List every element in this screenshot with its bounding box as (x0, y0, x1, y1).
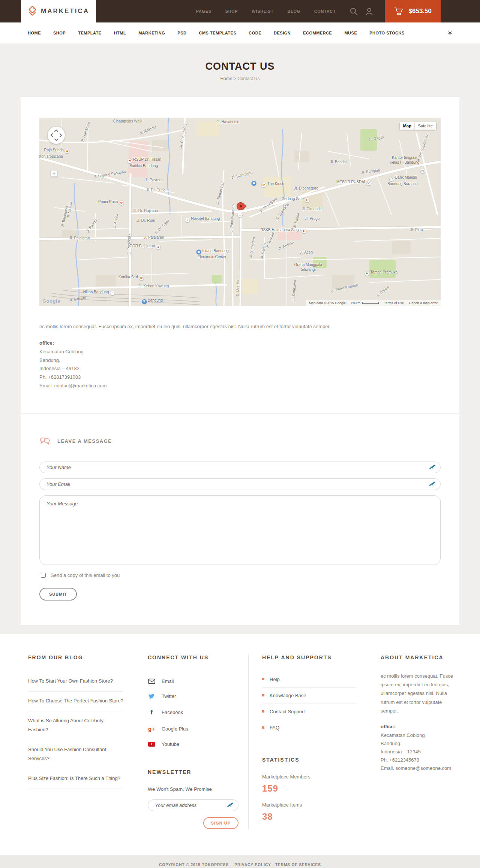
map-label: ■ (250, 179, 258, 186)
email-input[interactable] (39, 478, 441, 490)
map-label: Jl. Progo (305, 216, 320, 221)
category-item-home[interactable]: HOME (28, 31, 41, 35)
nav-item-shop[interactable]: SHOP (225, 9, 238, 13)
terms-of-use-link[interactable]: Terms of Use (384, 301, 404, 305)
category-item-ecommerce[interactable]: ECOMMERCE (303, 31, 332, 35)
blog-post-link[interactable]: How To Start Your Own Fashion Store? (28, 672, 123, 692)
message-textarea[interactable] (39, 495, 441, 565)
office-block: office: Kecamatan CoblongBandung.Indones… (39, 339, 441, 390)
category-items: HOMESHOPTEMPLATEHTMLMARKETINGPSDCMS TEMP… (28, 31, 405, 35)
map-label: Jl. Cimandiri (302, 206, 322, 211)
category-item-shop[interactable]: SHOP (53, 31, 66, 35)
page-header: CONTACT US Home > Contact Us (0, 43, 480, 97)
statistic-label: Marketplace Items (262, 802, 356, 808)
social-label: Facebook (162, 710, 183, 715)
social-link-gplus[interactable]: g+Google Plus (148, 721, 238, 737)
category-item-photo-stocks[interactable]: PHOTO STOCKS (369, 31, 405, 35)
nav-item-pages[interactable]: PAGES (196, 9, 212, 13)
nav-item-blog[interactable]: BLOG (288, 9, 300, 13)
square-bullet-icon (262, 678, 264, 680)
map-label: Jl. Dr. Rum (136, 218, 155, 223)
copyright-text: COPYRIGHT © 2015 TOKOPRESS (159, 863, 229, 867)
hotel-map-icon: ⌂ (110, 291, 115, 296)
report-map-error-link[interactable]: Report a map error (409, 301, 438, 305)
office-line: Bandung. (381, 740, 454, 748)
map-label: ΨThe Kiosk (260, 181, 284, 188)
map-label: GOR Pajajaran■ (129, 244, 162, 250)
train-map-icon: T (142, 299, 147, 304)
logo[interactable]: MARKETICA (21, 0, 96, 22)
footer-help-column: HELP AND SUPPORTS HelpKnowladge BaseCont… (248, 654, 367, 829)
map-label: Aston Tropicana (39, 154, 63, 158)
map-label: ■Istana Bandung Electronic Center (195, 248, 229, 260)
statistic-value: 38 (262, 811, 356, 822)
social-link-twitter[interactable]: Twitter (148, 689, 238, 704)
blog-post-link[interactable]: What is So Alluring About Celebrity Fash… (28, 711, 123, 740)
cart-button[interactable]: $653.50 (385, 0, 441, 22)
google-map[interactable]: Cihampelas WalkJl. HasanudinJl. Haji Yas… (39, 118, 441, 306)
category-item-muse[interactable]: MUSE (344, 31, 357, 35)
blog-post-link[interactable]: Plus Size Fashion: Is There Such a Thing… (28, 769, 123, 789)
statistics-heading: STATISTICS (262, 757, 356, 763)
map-label: Jl. Dr. Rajiman (134, 208, 158, 213)
category-item-marketing[interactable]: MARKETING (138, 31, 165, 35)
nav-item-contact[interactable]: CONTACT (314, 9, 336, 13)
footer-about-column: ABOUT MARKETICA ec mollis lorem consequa… (367, 654, 480, 829)
category-item-code[interactable]: CODE (249, 31, 261, 35)
statistic-item: Marketplace Items38 (262, 802, 356, 822)
help-link-knowladge-base[interactable]: Knowladge Base (262, 688, 356, 704)
mosque-map-icon: ☪ (366, 181, 371, 185)
submit-button[interactable]: SUBMIT (39, 588, 77, 601)
nav-item-wishlist[interactable]: WISHLIST (252, 9, 273, 13)
help-heading: HELP AND SUPPORTS (262, 654, 356, 660)
signup-button[interactable]: SIGN UP (203, 817, 238, 829)
statistic-item: Marketplace Members159 (262, 774, 356, 794)
category-item-template[interactable]: TEMPLATE (78, 31, 101, 35)
map-label: Jl. Pasteur (145, 177, 162, 182)
search-icon[interactable] (350, 7, 358, 16)
map-label: ⌂ (237, 211, 244, 218)
breadcrumb-home-link[interactable]: Home (220, 76, 232, 81)
map-zoom-in-button[interactable]: + (51, 170, 57, 177)
user-account-icon[interactable] (365, 7, 374, 16)
office-line: Ph. +62817391083 (39, 373, 441, 382)
blog-post-link[interactable]: Should You Use Fashion Consultant Servic… (28, 740, 123, 769)
breadcrumb-separator: > (234, 76, 236, 81)
category-item-psd[interactable]: PSD (177, 31, 186, 35)
category-item-cms-templates[interactable]: CMS TEMPLATES (199, 31, 236, 35)
social-link-youtube[interactable]: Youtube (148, 737, 238, 752)
chevron-down-icon[interactable] (448, 31, 452, 35)
map-label: Gedung SateΠ (282, 196, 311, 203)
restaurant-map-icon: Ψ (119, 200, 124, 205)
terms-of-services-link[interactable]: TERMS OF SERVICES (275, 863, 321, 867)
museum-map-icon: Π (305, 198, 310, 203)
park-map-icon: ♣ (364, 271, 369, 276)
map-type-satellite-button[interactable]: Satellite (415, 122, 436, 130)
blog-post-link[interactable]: How To Choose The Perfect Fashion Store? (28, 692, 123, 711)
footer: FROM OUR BLOG How To Start Your Own Fash… (0, 634, 480, 855)
category-item-design[interactable]: DESIGN (274, 31, 291, 35)
social-link-email[interactable]: Email (148, 674, 238, 689)
square-bullet-icon (262, 694, 264, 696)
map-label: Jl. Pajajaran (143, 235, 164, 239)
map-label: Jl. Diponegoro (294, 186, 318, 191)
help-link-help[interactable]: Help (262, 672, 356, 688)
map-label: Hilton Bandung⌂ (83, 290, 116, 296)
newsletter-tagline: We Won't Spam, We Promise (148, 786, 238, 792)
map-label: Raja SundaΨ (44, 148, 71, 154)
category-nav: HOMESHOPTEMPLATEHTMLMARKETINGPSDCMS TEMP… (0, 22, 480, 43)
category-item-html[interactable]: HTML (114, 31, 126, 35)
map-pan-control[interactable] (48, 127, 65, 144)
help-link-contact-support[interactable]: Contact Support (262, 704, 356, 720)
privacy-policy-link[interactable]: PRIVACY POLICY (234, 863, 271, 867)
map-type-map-button[interactable]: Map (400, 122, 415, 130)
help-link-faq[interactable]: FAQ (262, 720, 356, 736)
name-input[interactable] (39, 462, 441, 473)
pen-icon (428, 464, 436, 472)
map-label: HRSUP Dr. Hasan Sadikin Bandung (126, 157, 161, 169)
pen-icon (226, 802, 234, 810)
send-copy-checkbox[interactable] (41, 573, 46, 578)
social-link-facebook[interactable]: fFacebook (148, 704, 238, 721)
map-label: Graha Manggala Siliwangi (294, 262, 322, 272)
newsletter-email-input[interactable] (148, 799, 238, 811)
